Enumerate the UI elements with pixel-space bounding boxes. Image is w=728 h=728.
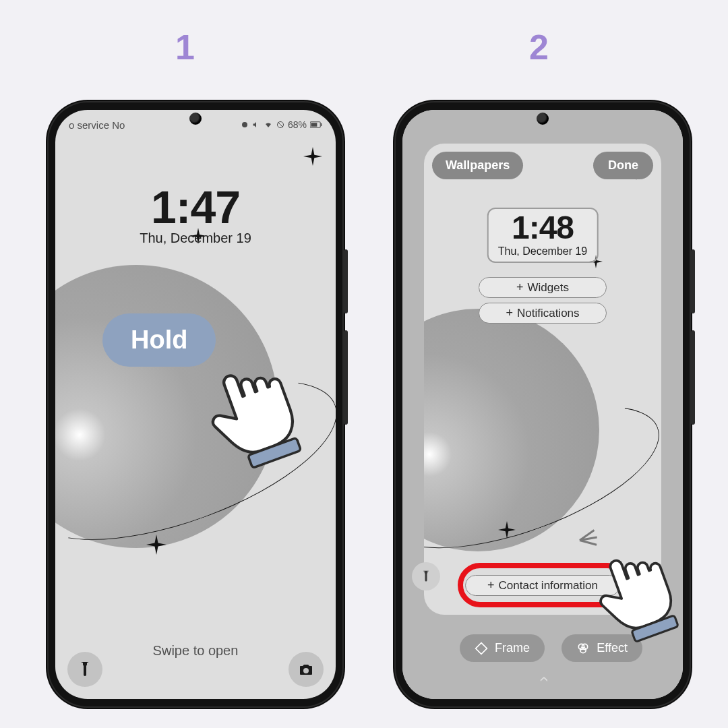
wallpapers-button[interactable]: Wallpapers: [432, 152, 523, 179]
pointer-hand-icon: [586, 546, 688, 650]
done-button[interactable]: Done: [593, 152, 653, 179]
svg-rect-3: [321, 123, 322, 126]
flashlight-button[interactable]: [67, 652, 102, 687]
lock-clock: 1:47 Thu, December 19: [55, 181, 336, 246]
phone-frame-1: o service No 68% 1:47 Thu, December 19 H…: [47, 101, 344, 708]
step-number-2: 2: [529, 27, 549, 67]
sparkle-icon: [303, 147, 322, 166]
plus-icon: +: [506, 306, 513, 320]
battery-icon: [310, 121, 322, 129]
frame-label: Frame: [495, 641, 530, 655]
camera-button[interactable]: [289, 652, 324, 687]
add-notifications-button[interactable]: + Notifications: [479, 303, 607, 324]
front-camera: [189, 113, 202, 125]
lockscreen-preview-card[interactable]: Wallpapers Done 1:48 Thu, December 19 + …: [424, 144, 661, 615]
lock-screen[interactable]: o service No 68% 1:47 Thu, December 19 H…: [55, 110, 336, 699]
add-notifications-label: Notifications: [517, 307, 580, 320]
clock-widget[interactable]: 1:48 Thu, December 19: [487, 208, 599, 263]
wifi-icon: [264, 121, 273, 129]
front-camera: [537, 113, 549, 125]
carrier-text: o service No: [69, 119, 125, 131]
battery-percent: 68%: [288, 119, 307, 130]
status-icons: 68%: [241, 119, 322, 130]
plus-icon: +: [516, 280, 524, 295]
flashlight-shortcut[interactable]: [412, 562, 440, 590]
step-number-1: 1: [175, 27, 195, 67]
frame-tool-button[interactable]: Frame: [460, 634, 545, 662]
lock-date: Thu, December 19: [55, 231, 336, 246]
sparkle-icon: [146, 535, 166, 555]
lock-date: Thu, December 19: [498, 245, 588, 257]
mute-icon: [252, 121, 260, 129]
alarm-icon: [241, 121, 249, 129]
lock-time: 1:48: [498, 212, 588, 244]
svg-rect-2: [311, 123, 317, 127]
frame-icon: [475, 642, 488, 655]
pointer-hand-icon: [197, 359, 311, 477]
add-widgets-button[interactable]: + Widgets: [479, 277, 607, 298]
no-data-icon: [276, 121, 284, 129]
sparkle-icon: [498, 521, 516, 539]
lock-time: 1:47: [55, 181, 336, 233]
chevron-icon: ›: [533, 676, 553, 682]
svg-point-7: [580, 647, 586, 653]
add-widgets-label: Widgets: [528, 281, 569, 295]
